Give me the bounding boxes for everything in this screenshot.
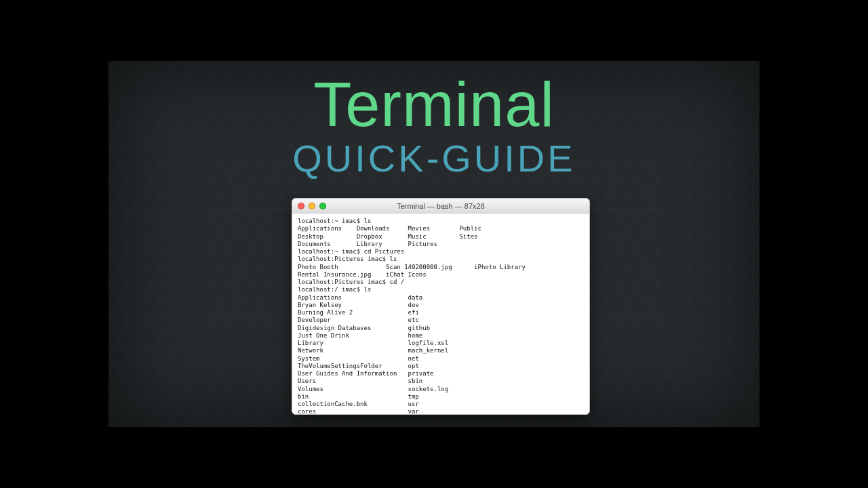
headline-line1: Terminal xyxy=(108,73,760,136)
terminal-body[interactable]: localhost:~ imac$ ls Applications Downlo… xyxy=(292,214,589,414)
window-title: Terminal — bash — 87x28 xyxy=(292,202,589,210)
slide-stage: Terminal QUICK-GUIDE Terminal — bash — 8… xyxy=(108,61,760,427)
terminal-window[interactable]: Terminal — bash — 87x28 localhost:~ imac… xyxy=(292,198,590,415)
zoom-icon[interactable] xyxy=(319,203,326,209)
terminal-output: localhost:~ imac$ ls Applications Downlo… xyxy=(298,218,526,414)
traffic-lights xyxy=(292,203,326,209)
terminal-titlebar[interactable]: Terminal — bash — 87x28 xyxy=(292,199,589,214)
headline-line2: QUICK-GUIDE xyxy=(108,137,760,180)
headline: Terminal QUICK-GUIDE xyxy=(108,73,760,180)
close-icon[interactable] xyxy=(298,203,304,209)
minimize-icon[interactable] xyxy=(309,203,315,209)
